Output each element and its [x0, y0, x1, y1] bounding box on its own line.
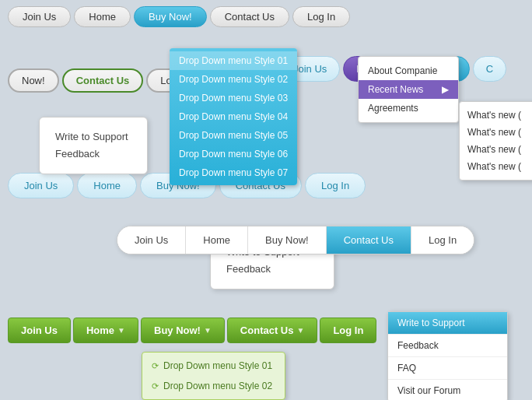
- nav5-buy-now-arrow: ▼: [204, 326, 212, 335]
- dropdown-green-label-1: Drop Down menu Style 02: [163, 381, 272, 391]
- dropdown1-item-1[interactable]: Drop Down menu Style 02: [170, 70, 297, 89]
- feedback1-line2: Feedback: [55, 146, 131, 163]
- navbar-1: Join Us Home Buy Now! Contact Us Log In: [0, 6, 350, 27]
- nav3-log-in[interactable]: Log In: [305, 173, 366, 198]
- submenu-news-item-2[interactable]: What's new (: [460, 141, 532, 158]
- nav5-log-in-label: Log In: [333, 325, 363, 336]
- dropdown-blue-item-3[interactable]: Visit our Forum: [388, 380, 507, 400]
- dropdown-green-menu: ⟳ Drop Down menu Style 01 ⟳ Drop Down me…: [142, 352, 285, 400]
- nav5-log-in[interactable]: Log In: [320, 318, 376, 343]
- dropdown-blue-menu: Write to Support Feedback FAQ Visit our …: [387, 311, 508, 400]
- submenu-news-item-0[interactable]: What's new (: [460, 107, 532, 124]
- nav5-buy-now-label: Buy Now!: [154, 325, 201, 336]
- feedback2-line2: Feedback: [226, 261, 318, 278]
- dropdown-blue-item-0[interactable]: Write to Support: [388, 312, 507, 335]
- nav1-join-us[interactable]: Join Us: [8, 6, 71, 27]
- dropdown1-item-2[interactable]: Drop Down menu Style 03: [170, 89, 297, 107]
- navbar-4-container: Join Us Home Buy Now! Contact Us Log In: [117, 226, 474, 254]
- dropdown1-item-5[interactable]: Drop Down menu Style 06: [170, 145, 297, 163]
- nav5-contact-us-arrow: ▼: [296, 326, 304, 335]
- nav2-now[interactable]: Now!: [8, 68, 59, 93]
- submenu-home: About Companie Recent News ▶ Agreements: [358, 56, 459, 123]
- dropdown-green-icon-1: ⟳: [152, 381, 159, 391]
- dropdown-green-item-0[interactable]: ⟳ Drop Down menu Style 01: [142, 356, 285, 376]
- nav5-join-us-label: Join Us: [21, 325, 58, 336]
- nav1-home[interactable]: Home: [74, 6, 131, 27]
- dropdown1-item-3[interactable]: Drop Down menu Style 04: [170, 107, 297, 126]
- nav5-join-us[interactable]: Join Us: [8, 318, 71, 343]
- submenu-home-item-2[interactable]: Agreements: [359, 99, 458, 118]
- nav4-log-in[interactable]: Log In: [411, 226, 474, 254]
- nav2-contact-us[interactable]: Contact Us: [62, 68, 144, 93]
- nav4-home[interactable]: Home: [186, 226, 248, 254]
- dropdown-blue-item-1[interactable]: Feedback: [388, 335, 507, 357]
- nav5-buy-now[interactable]: Buy Now! ▼: [141, 318, 225, 343]
- dropdown-green-icon-0: ⟳: [152, 361, 159, 371]
- nav4-contact-us[interactable]: Contact Us: [327, 226, 411, 254]
- nav4-join-us[interactable]: Join Us: [117, 226, 186, 254]
- feedback1-line1: Write to Support: [55, 128, 131, 146]
- navbar-4: Join Us Home Buy Now! Contact Us Log In: [117, 226, 474, 254]
- nav5-home[interactable]: Home ▼: [73, 318, 138, 343]
- nav1-contact-us[interactable]: Contact Us: [210, 6, 289, 27]
- dropdown-menu-1: Drop Down menu Style 01 Drop Down menu S…: [170, 48, 297, 185]
- navbar-5: Join Us Home ▼ Buy Now! ▼ Contact Us ▼ L…: [0, 318, 376, 343]
- dropdown1-item-4[interactable]: Drop Down menu Style 05: [170, 126, 297, 145]
- dropdown-green-item-1[interactable]: ⟳ Drop Down menu Style 02: [142, 376, 285, 396]
- submenu-recent-news-label: Recent News: [368, 84, 423, 95]
- nav1-buy-now[interactable]: Buy Now!: [134, 6, 207, 27]
- dropdown1-item-0[interactable]: Drop Down menu Style 01: [170, 51, 297, 70]
- submenu-news-item-1[interactable]: What's new (: [460, 124, 532, 141]
- nav5-contact-us[interactable]: Contact Us ▼: [227, 318, 318, 343]
- feedback-box-1: Write to Support Feedback: [39, 117, 148, 174]
- dropdown1-item-6[interactable]: Drop Down menu Style 07: [170, 163, 297, 182]
- submenu-news-item-3[interactable]: What's new (: [460, 158, 532, 175]
- nav5-contact-us-label: Contact Us: [240, 325, 294, 336]
- submenu-home-item-1[interactable]: Recent News ▶: [359, 80, 458, 99]
- dropdown-blue-item-2[interactable]: FAQ: [388, 357, 507, 380]
- nav4-buy-now[interactable]: Buy Now!: [248, 226, 327, 254]
- dropdown-green-label-0: Drop Down menu Style 01: [163, 360, 272, 371]
- nav1-log-in[interactable]: Log In: [292, 6, 350, 27]
- submenu-recent-news-arrow: ▶: [442, 84, 449, 95]
- nav-home-c[interactable]: C: [473, 56, 506, 82]
- nav5-home-arrow: ▼: [117, 326, 125, 335]
- submenu-news: What's new ( What's new ( What's new ( W…: [459, 101, 532, 181]
- submenu-home-item-0[interactable]: About Companie: [359, 61, 458, 80]
- nav3-home[interactable]: Home: [77, 173, 137, 198]
- nav3-join-us[interactable]: Join Us: [8, 173, 74, 198]
- nav5-home-label: Home: [86, 325, 114, 336]
